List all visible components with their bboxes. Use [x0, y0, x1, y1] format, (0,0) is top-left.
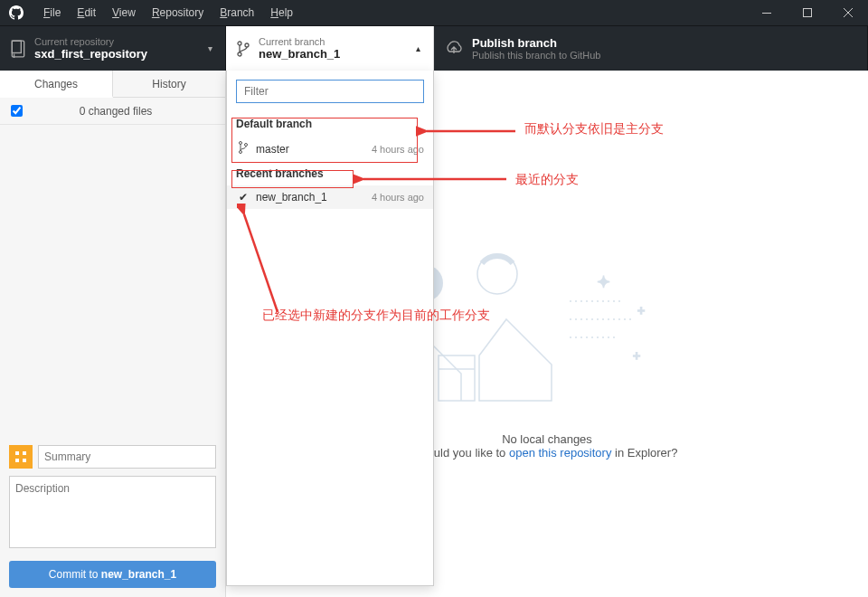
svg-rect-18 — [439, 355, 475, 401]
titlebar: File Edit View Repository Branch Help — [0, 0, 868, 25]
commit-description-input[interactable] — [9, 476, 216, 548]
commit-button[interactable]: Commit to new_branch_1 — [9, 561, 216, 588]
branch-label: Current branch — [259, 36, 340, 47]
branch-dropdown: Default branch master 4 hours ago Recent… — [226, 71, 434, 586]
svg-rect-1 — [803, 9, 811, 17]
svg-point-24 — [240, 142, 242, 145]
branch-item-master[interactable]: master 4 hours ago — [227, 136, 433, 162]
svg-rect-9 — [15, 451, 19, 455]
menu-bar: File Edit View Repository Branch Help — [36, 3, 300, 23]
github-logo-icon — [9, 5, 24, 20]
sidebar: Changes History 0 changed files Commit t… — [0, 71, 226, 597]
svg-point-5 — [238, 42, 241, 45]
open-repository-link[interactable]: open this repository — [509, 446, 611, 460]
branch-icon — [236, 141, 250, 156]
branch-filter-input[interactable] — [236, 80, 424, 103]
svg-rect-3 — [12, 41, 21, 52]
recent-branches-header: Recent branches — [227, 162, 433, 185]
svg-rect-11 — [15, 459, 19, 462]
branch-icon — [237, 41, 250, 57]
default-branch-header: Default branch — [227, 112, 433, 136]
tab-changes[interactable]: Changes — [0, 71, 113, 98]
menu-help[interactable]: Help — [263, 3, 300, 23]
svg-text:✦: ✦ — [597, 273, 610, 291]
current-repository-selector[interactable]: Current repository sxd_first_repository — [0, 26, 226, 71]
changed-files-count: 0 changed files — [33, 105, 225, 118]
svg-rect-0 — [762, 13, 771, 14]
svg-text:+: + — [637, 303, 645, 317]
svg-point-25 — [240, 151, 242, 154]
publish-label: Publish branch — [472, 36, 600, 50]
menu-branch[interactable]: Branch — [212, 3, 261, 23]
menu-repository[interactable]: Repository — [145, 3, 211, 23]
publish-icon — [445, 41, 463, 57]
minimize-button[interactable] — [746, 0, 787, 25]
branch-name: master — [256, 143, 372, 156]
maximize-button[interactable] — [787, 0, 827, 25]
branch-item-new-branch-1[interactable]: ✔ new_branch_1 4 hours ago — [227, 185, 433, 209]
repo-icon — [11, 40, 25, 58]
svg-rect-10 — [23, 451, 26, 455]
branch-value: new_branch_1 — [259, 47, 340, 61]
select-all-checkbox[interactable] — [11, 105, 23, 117]
commit-summary-input[interactable] — [38, 445, 216, 469]
branch-name: new_branch_1 — [256, 191, 372, 204]
tab-history[interactable]: History — [113, 71, 225, 97]
svg-rect-8 — [13, 449, 29, 465]
close-button[interactable] — [827, 0, 868, 25]
svg-rect-12 — [23, 459, 26, 462]
menu-edit[interactable]: Edit — [70, 3, 103, 23]
toolbar: Current repository sxd_first_repository … — [0, 25, 868, 71]
check-icon: ✔ — [236, 191, 250, 204]
branch-time: 4 hours ago — [372, 144, 424, 155]
svg-point-26 — [245, 144, 248, 147]
publish-sublabel: Publish this branch to GitHub — [472, 50, 600, 61]
window-controls — [746, 0, 868, 25]
svg-point-6 — [238, 52, 241, 56]
commit-form: Commit to new_branch_1 — [0, 436, 225, 597]
repo-label: Current repository — [34, 36, 147, 47]
menu-view[interactable]: View — [105, 3, 143, 23]
changes-summary-row: 0 changed files — [0, 98, 225, 125]
svg-point-7 — [245, 43, 249, 47]
branch-time: 4 hours ago — [372, 192, 424, 203]
current-branch-selector[interactable]: Current branch new_branch_1 — [226, 26, 434, 71]
sidebar-tabs: Changes History — [0, 71, 225, 98]
menu-file[interactable]: File — [36, 3, 68, 23]
avatar — [9, 445, 33, 469]
publish-branch-button[interactable]: Publish branch Publish this branch to Gi… — [434, 26, 868, 71]
repo-value: sxd_first_repository — [34, 47, 147, 61]
svg-text:+: + — [633, 348, 640, 363]
